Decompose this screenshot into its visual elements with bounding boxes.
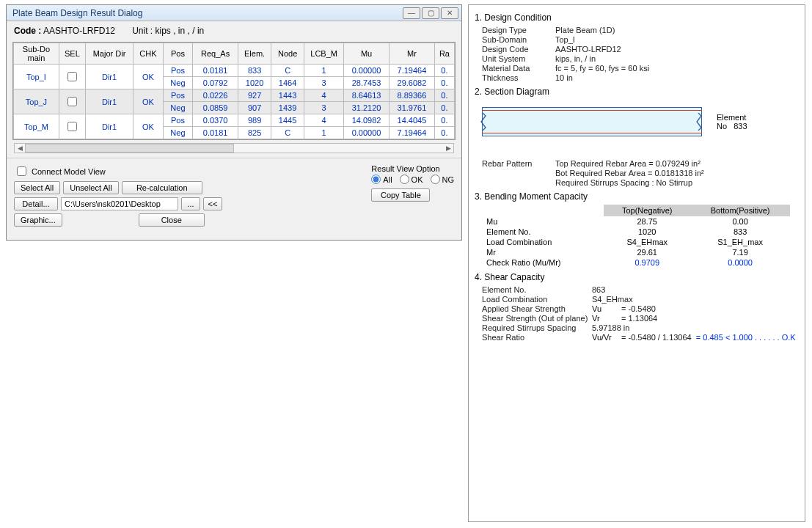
detail-button[interactable]: Detail... — [14, 197, 58, 210]
col-chk[interactable]: CHK — [133, 43, 164, 65]
col-sel[interactable]: SEL — [59, 43, 85, 65]
connect-model-view-checkbox[interactable] — [17, 166, 26, 176]
scroll-track[interactable] — [25, 144, 443, 153]
design-result-dialog: Plate Beam Design Result Dialog — ▢ ✕ Co… — [6, 4, 462, 241]
section-3-title: 3. Bending Moment Capacity — [475, 191, 799, 202]
col-subdomain[interactable]: Sub-Domain — [14, 43, 59, 65]
minimize-button[interactable]: — — [403, 7, 420, 19]
path-input[interactable]: C:\Users\nsk0201\Desktop — [61, 197, 178, 210]
unselect-all-button[interactable]: Unselect All — [63, 181, 118, 194]
connect-model-view-label: Connect Model View — [32, 167, 106, 176]
back-button[interactable]: << — [203, 197, 222, 210]
close-dialog-button[interactable]: Close — [139, 213, 205, 227]
titlebar[interactable]: Plate Beam Design Result Dialog — ▢ ✕ — [7, 5, 461, 21]
scroll-right-icon[interactable]: ▶ — [443, 144, 453, 152]
table-row[interactable]: Top_MDir1OKPos0.03709891445414.098214.40… — [14, 114, 455, 127]
close-button[interactable]: ✕ — [441, 7, 458, 19]
table-row[interactable]: Top_JDir1OKPos0.0226927144348.646138.893… — [14, 89, 455, 102]
browse-button[interactable]: ... — [181, 197, 200, 210]
col-mu[interactable]: Mu — [344, 43, 389, 65]
maximize-button[interactable]: ▢ — [422, 7, 439, 19]
col-lcbm[interactable]: LCB_M — [304, 43, 344, 65]
col-mr[interactable]: Mr — [389, 43, 435, 65]
section-2-title: 2. Section Diagram — [475, 87, 799, 97]
col-reqas[interactable]: Req_As — [193, 43, 238, 65]
close-icon: ✕ — [447, 9, 453, 17]
row-select-checkbox[interactable] — [67, 72, 77, 81]
detail-panel: 1. Design Condition Design TypePlate Bea… — [468, 4, 805, 522]
section-4-title: 4. Shear Capacity — [475, 272, 799, 282]
result-grid: Sub-Domain SEL Major Dir CHK Pos Req_As … — [12, 42, 456, 140]
col-elem[interactable]: Elem. — [238, 43, 271, 65]
row-select-checkbox[interactable] — [67, 122, 77, 131]
horizontal-scrollbar[interactable]: ◀ ▶ — [14, 143, 454, 153]
radio-all[interactable]: All — [371, 175, 392, 184]
col-majordir[interactable]: Major Dir — [85, 43, 133, 65]
col-pos[interactable]: Pos — [163, 43, 193, 65]
row-select-checkbox[interactable] — [67, 97, 77, 106]
recalculation-button[interactable]: Re-calculation — [122, 181, 202, 194]
graphic-button[interactable]: Graphic... — [14, 213, 62, 227]
lower-panel: Connect Model View Select All Unselect A… — [7, 158, 461, 240]
radio-ok[interactable]: OK — [400, 175, 423, 184]
result-view-option-label: Result View Option — [371, 164, 454, 173]
section-diagram: Element No 833 — [482, 101, 702, 142]
window-title: Plate Beam Design Result Dialog — [10, 8, 403, 18]
info-line: Code : AASHTO-LRFD12 Unit : kips , in , … — [7, 21, 461, 40]
bending-capacity-table: Top(Negative)Bottom(Positive) Mu28.750.0… — [482, 205, 790, 268]
minimize-icon: — — [408, 9, 415, 17]
radio-ng[interactable]: NG — [431, 175, 455, 184]
table-row[interactable]: Top_IDir1OKPos0.0181833C10.000007.194640… — [14, 65, 455, 77]
scroll-thumb[interactable] — [25, 144, 234, 153]
grid-header-row: Sub-Domain SEL Major Dir CHK Pos Req_As … — [14, 43, 455, 65]
col-ra[interactable]: Ra — [434, 43, 454, 65]
col-node[interactable]: Node — [271, 43, 304, 65]
section-1-title: 1. Design Condition — [475, 12, 799, 23]
scroll-left-icon[interactable]: ◀ — [15, 144, 25, 152]
maximize-icon: ▢ — [428, 9, 434, 17]
copy-table-button[interactable]: Copy Table — [371, 188, 430, 202]
select-all-button[interactable]: Select All — [14, 181, 60, 194]
